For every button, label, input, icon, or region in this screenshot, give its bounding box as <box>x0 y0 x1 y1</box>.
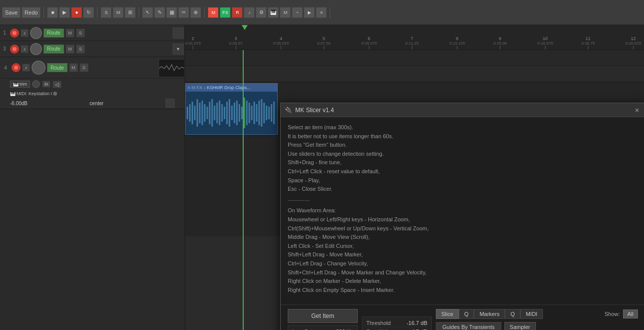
help-line: Left Click - Set Edit Cursor, <box>288 242 638 251</box>
show-label: Show: <box>604 311 620 317</box>
waveform-thumbnail <box>159 59 184 76</box>
svg-rect-34 <box>266 106 267 120</box>
routing-icon[interactable]: R <box>232 7 243 18</box>
track-power-button[interactable] <box>10 45 19 54</box>
track-clip-button[interactable]: ▼ <box>173 44 184 55</box>
track-mute-button[interactable]: ♪ <box>22 64 30 72</box>
track-row: 1 ♪ Route M S <box>0 25 185 41</box>
slice-tab[interactable]: Slice <box>436 309 459 319</box>
svg-rect-8 <box>202 101 203 125</box>
svg-rect-17 <box>224 107 225 119</box>
settings-icon[interactable]: ⚙ <box>256 7 267 18</box>
ruler-mark: 7 0:11.25 <box>405 36 419 50</box>
svg-rect-20 <box>231 106 233 120</box>
slice-q-tab[interactable]: Q <box>459 309 474 319</box>
markers-q-tab[interactable]: Q <box>505 309 520 319</box>
in-button[interactable]: in <box>42 81 51 88</box>
svg-rect-32 <box>261 99 262 127</box>
svg-rect-30 <box>256 104 257 122</box>
audio-clip[interactable]: ≡ M FX ♪ KSHMR Drop Claps... <box>185 83 278 135</box>
redo-button[interactable]: Redo <box>22 7 41 18</box>
clip-header: ≡ M FX ♪ KSHMR Drop Claps... <box>186 84 277 92</box>
waveform-icon[interactable]: ~ <box>292 7 303 18</box>
track-power-button[interactable] <box>10 29 19 38</box>
piano-icon[interactable]: 🎹 <box>268 7 279 18</box>
svg-rect-9 <box>204 104 206 122</box>
track-power-button[interactable] <box>12 63 21 72</box>
track-clip-button[interactable] <box>173 28 184 39</box>
tools-section: ↖ ✎ ▦ ✂ ⊕ <box>142 7 205 18</box>
param-value: -16.7 dB <box>406 320 427 326</box>
left-params-panel: Low Cut 200 Hz High Cut 20000 Hz Filtere… <box>288 325 358 330</box>
route-button[interactable]: Route <box>44 29 64 38</box>
track-mute-button[interactable]: ♪ <box>21 29 29 37</box>
route-button[interactable]: Route <box>44 45 64 54</box>
split-icon[interactable]: ✂ <box>178 7 189 18</box>
mixer-icon[interactable]: M <box>208 7 219 18</box>
svg-rect-37 <box>273 102 275 124</box>
track-volume-knob[interactable] <box>32 61 46 75</box>
mute-button[interactable]: M <box>69 63 78 72</box>
fx-icon[interactable]: FX <box>220 7 231 18</box>
mute-button[interactable]: M <box>66 45 75 54</box>
all-button[interactable]: All <box>623 309 638 318</box>
play-icon[interactable]: ▶ <box>59 7 70 18</box>
midi-icon[interactable]: M <box>280 7 291 18</box>
grid-icon[interactable]: ⊞ <box>125 7 136 18</box>
empty-track-area <box>0 109 185 330</box>
track-mute-button[interactable]: ♪ <box>21 45 29 53</box>
get-item-section: Get Item Low Cut 200 Hz High Cut 20000 H… <box>288 309 358 330</box>
track-volume-knob[interactable] <box>30 43 42 55</box>
pencil-icon[interactable]: ✎ <box>154 7 165 18</box>
svg-rect-10 <box>207 107 208 119</box>
arrow-button[interactable]: ◁ <box>53 81 62 88</box>
markers-tab[interactable]: Markers <box>474 309 505 319</box>
media-icon[interactable]: ♪ <box>244 7 255 18</box>
metronome-icon[interactable]: M <box>113 7 124 18</box>
svg-rect-7 <box>199 103 201 123</box>
midi-tab[interactable]: MIDI <box>520 309 543 319</box>
stop-icon[interactable]: ■ <box>47 7 58 18</box>
trim-label: trim <box>20 82 27 87</box>
video-icon[interactable]: ▶ <box>304 7 315 18</box>
select-icon[interactable]: ▦ <box>166 7 177 18</box>
snap-icon[interactable]: S <box>101 7 112 18</box>
loop-icon[interactable]: ↻ <box>83 7 94 18</box>
midi-device-label: 🎹 MIDI: Keystation I <box>10 91 57 96</box>
svg-rect-22 <box>236 101 238 125</box>
save-button[interactable]: Save <box>2 7 21 18</box>
guides-button[interactable]: Guides By Transients <box>436 322 501 330</box>
piano-icon: 🎹 <box>13 82 19 87</box>
track-row: 3 ♪ Route M S ▼ <box>0 41 185 57</box>
param-row: Sensitivity 4.5 dB <box>366 327 427 330</box>
dialog-close-button[interactable]: × <box>633 106 641 114</box>
trim-button[interactable]: 🎹 trim <box>10 81 30 88</box>
svg-rect-14 <box>216 103 218 123</box>
cursor-icon[interactable]: ↖ <box>142 7 153 18</box>
extra-icon[interactable]: ≡ <box>316 7 327 18</box>
zoom-icon[interactable]: ⊕ <box>190 7 201 18</box>
mk-slicer-dialog[interactable]: 🔌 MK Slicer v1.4 × Select an item (max 3… <box>280 103 644 330</box>
svg-rect-5 <box>194 106 196 120</box>
solo-button[interactable]: S <box>80 63 89 72</box>
record-icon[interactable]: ● <box>71 7 82 18</box>
help-line: Ctrl(Shift)+Mousewheel or Up/Down keys -… <box>288 224 638 233</box>
edit-icon[interactable] <box>166 99 175 108</box>
track-knob-small[interactable] <box>32 80 40 88</box>
solo-button[interactable]: S <box>76 29 85 38</box>
mute-button[interactable]: M <box>66 29 75 38</box>
get-item-button[interactable]: Get Item <box>288 309 358 323</box>
timeline-ruler: 2 0:01.875 3 0:03.07 4 0:05.625 5 0:07.5… <box>185 25 644 50</box>
route-button[interactable]: Route <box>47 63 68 72</box>
help-line: Esc - Close Slicer. <box>288 185 638 194</box>
tabs-and-show: Slice Q Markers Q MIDI Show: All <box>436 309 638 319</box>
ruler-mark: 9 0:15.00 <box>493 36 507 50</box>
sampler-button[interactable]: Sampler <box>504 322 536 330</box>
ruler-marks: 2 0:01.875 3 0:03.07 4 0:05.625 5 0:07.5… <box>185 25 644 50</box>
solo-button[interactable]: S <box>76 45 85 54</box>
piano-icon2: 🎹 <box>10 91 16 96</box>
clip-icons: ≡ M FX ♪ <box>188 85 206 90</box>
svg-rect-18 <box>226 102 228 124</box>
track-volume-knob[interactable] <box>30 27 42 39</box>
track-controls: ♪ Route M S ▼ <box>9 41 185 57</box>
